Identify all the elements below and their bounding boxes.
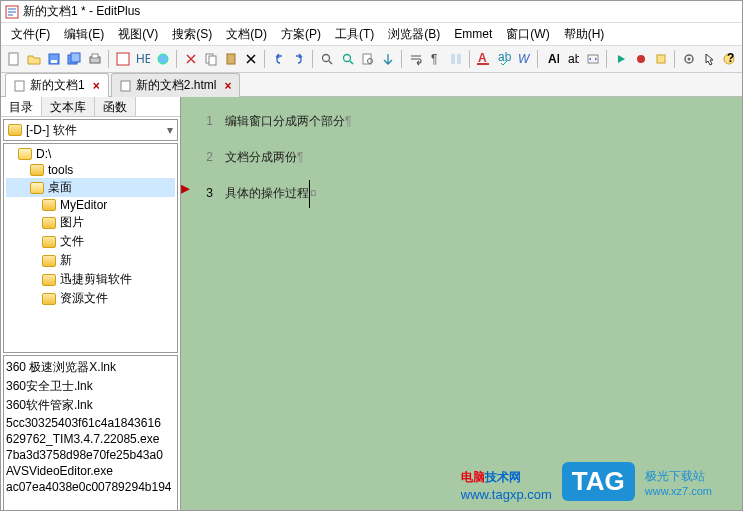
bold-button[interactable]: Ab bbox=[543, 49, 561, 69]
drive-selector[interactable]: [-D-] 软件 bbox=[3, 119, 178, 141]
save-button[interactable] bbox=[45, 49, 63, 69]
code-block-button[interactable] bbox=[583, 49, 601, 69]
settings-button[interactable] bbox=[680, 49, 698, 69]
folder-icon bbox=[30, 164, 44, 176]
tree-item[interactable]: 文件 bbox=[6, 232, 175, 251]
line-gutter: 123 bbox=[181, 97, 221, 511]
editor-area[interactable]: 123 ▸ 编辑窗口分成两个部分¶文档分成两份¶具体的操作过程¤ 电脑技术网 w… bbox=[181, 97, 742, 511]
menu-item[interactable]: 浏览器(B) bbox=[382, 24, 446, 45]
folder-tree[interactable]: D:\tools桌面MyEditor图片文件新迅捷剪辑软件资源文件 bbox=[3, 143, 178, 353]
watermark-site2: 极光下载站 www.xz7.com bbox=[645, 467, 712, 497]
tree-item[interactable]: 迅捷剪辑软件 bbox=[6, 270, 175, 289]
document-tab[interactable]: 新的文档2.html× bbox=[111, 73, 241, 97]
svg-rect-13 bbox=[227, 54, 235, 64]
browser-button[interactable] bbox=[154, 49, 172, 69]
sidebar-tab[interactable]: 函数 bbox=[95, 97, 136, 116]
menu-item[interactable]: 帮助(H) bbox=[558, 24, 611, 45]
lowercase-button[interactable]: ab bbox=[563, 49, 581, 69]
menu-item[interactable]: 编辑(E) bbox=[58, 24, 110, 45]
print-button[interactable] bbox=[86, 49, 104, 69]
open-file-button[interactable] bbox=[25, 49, 43, 69]
drive-label: [-D-] 软件 bbox=[26, 122, 77, 139]
goto-button[interactable] bbox=[379, 49, 397, 69]
tree-item[interactable]: 资源文件 bbox=[6, 289, 175, 308]
document-tab[interactable]: 新的文档1× bbox=[5, 73, 109, 97]
file-item[interactable]: AVSVideoEditor.exe bbox=[6, 463, 175, 479]
file-item[interactable]: 360安全卫士.lnk bbox=[6, 377, 175, 396]
separator bbox=[108, 50, 110, 68]
folder-icon bbox=[42, 293, 56, 305]
svg-rect-5 bbox=[71, 53, 80, 62]
svg-rect-34 bbox=[15, 81, 24, 91]
wordwrap-button[interactable] bbox=[407, 49, 425, 69]
paste-button[interactable] bbox=[222, 49, 240, 69]
hex-button[interactable]: HEX bbox=[134, 49, 152, 69]
menu-item[interactable]: 视图(V) bbox=[112, 24, 164, 45]
find-button[interactable] bbox=[318, 49, 336, 69]
menu-item[interactable]: Emmet bbox=[448, 25, 498, 43]
file-item[interactable]: 7ba3d3758d98e70fe25b43a0 bbox=[6, 447, 175, 463]
menu-item[interactable]: 文档(D) bbox=[220, 24, 273, 45]
delete-button[interactable] bbox=[242, 49, 260, 69]
folder-icon bbox=[42, 274, 56, 286]
file-item[interactable]: 629762_TIM3.4.7.22085.exe bbox=[6, 431, 175, 447]
svg-text:¶: ¶ bbox=[431, 52, 437, 66]
tools-button[interactable] bbox=[652, 49, 670, 69]
folder-icon bbox=[42, 255, 56, 267]
file-item[interactable]: 360 极速浏览器X.lnk bbox=[6, 358, 175, 377]
menu-item[interactable]: 搜索(S) bbox=[166, 24, 218, 45]
svg-rect-22 bbox=[477, 63, 489, 65]
svg-point-14 bbox=[323, 55, 330, 62]
undo-button[interactable] bbox=[270, 49, 288, 69]
editor-text[interactable]: 编辑窗口分成两个部分¶文档分成两份¶具体的操作过程¤ bbox=[221, 97, 742, 511]
tree-item[interactable]: 新 bbox=[6, 251, 175, 270]
sidebar-tab[interactable]: 目录 bbox=[1, 97, 42, 116]
menu-bar: 文件(F)编辑(E)视图(V)搜索(S)文档(D)方案(P)工具(T)浏览器(B… bbox=[1, 23, 742, 45]
column-button[interactable] bbox=[447, 49, 465, 69]
menu-item[interactable]: 窗口(W) bbox=[500, 24, 555, 45]
help-button[interactable]: ? bbox=[720, 49, 738, 69]
file-item[interactable]: 5cc30325403f61c4a1843616 bbox=[6, 415, 175, 431]
svg-point-28 bbox=[637, 55, 645, 63]
replace-button[interactable] bbox=[338, 49, 356, 69]
font-color-button[interactable]: A bbox=[475, 49, 493, 69]
svg-text:ab: ab bbox=[568, 52, 579, 66]
tree-item[interactable]: MyEditor bbox=[6, 197, 175, 213]
app-icon-button[interactable] bbox=[114, 49, 132, 69]
folder-icon bbox=[30, 182, 44, 194]
close-tab-icon[interactable]: × bbox=[93, 79, 100, 93]
close-tab-icon[interactable]: × bbox=[224, 79, 231, 93]
app-icon bbox=[5, 5, 19, 19]
sidebar: 目录文本库函数 [-D-] 软件 D:\tools桌面MyEditor图片文件新… bbox=[1, 97, 181, 511]
run-button[interactable] bbox=[612, 49, 630, 69]
svg-text:W: W bbox=[518, 52, 531, 66]
svg-rect-29 bbox=[657, 55, 665, 63]
sidebar-tab[interactable]: 文本库 bbox=[42, 97, 95, 116]
word-button[interactable]: W bbox=[515, 49, 533, 69]
copy-button[interactable] bbox=[202, 49, 220, 69]
find-in-files-button[interactable] bbox=[359, 49, 377, 69]
menu-item[interactable]: 文件(F) bbox=[5, 24, 56, 45]
record-button[interactable] bbox=[632, 49, 650, 69]
menu-item[interactable]: 方案(P) bbox=[275, 24, 327, 45]
tree-item[interactable]: D:\ bbox=[6, 146, 175, 162]
window-title: 新的文档1 * - EditPlus bbox=[23, 3, 140, 20]
show-marks-button[interactable]: ¶ bbox=[427, 49, 445, 69]
tree-item[interactable]: 桌面 bbox=[6, 178, 175, 197]
pointer-button[interactable] bbox=[700, 49, 718, 69]
spellcheck-button[interactable]: abc bbox=[495, 49, 513, 69]
redo-button[interactable] bbox=[290, 49, 308, 69]
new-file-button[interactable] bbox=[5, 49, 23, 69]
separator bbox=[469, 50, 471, 68]
save-all-button[interactable] bbox=[65, 49, 83, 69]
file-item[interactable]: 360软件管家.lnk bbox=[6, 396, 175, 415]
tree-item[interactable]: 图片 bbox=[6, 213, 175, 232]
svg-rect-7 bbox=[92, 54, 98, 58]
separator bbox=[606, 50, 608, 68]
file-item[interactable]: ac07ea4038e0c00789294b194 bbox=[6, 479, 175, 495]
separator bbox=[537, 50, 539, 68]
file-list[interactable]: 360 极速浏览器X.lnk360安全卫士.lnk360软件管家.lnk5cc3… bbox=[3, 355, 178, 511]
menu-item[interactable]: 工具(T) bbox=[329, 24, 380, 45]
cut-button[interactable] bbox=[182, 49, 200, 69]
tree-item[interactable]: tools bbox=[6, 162, 175, 178]
